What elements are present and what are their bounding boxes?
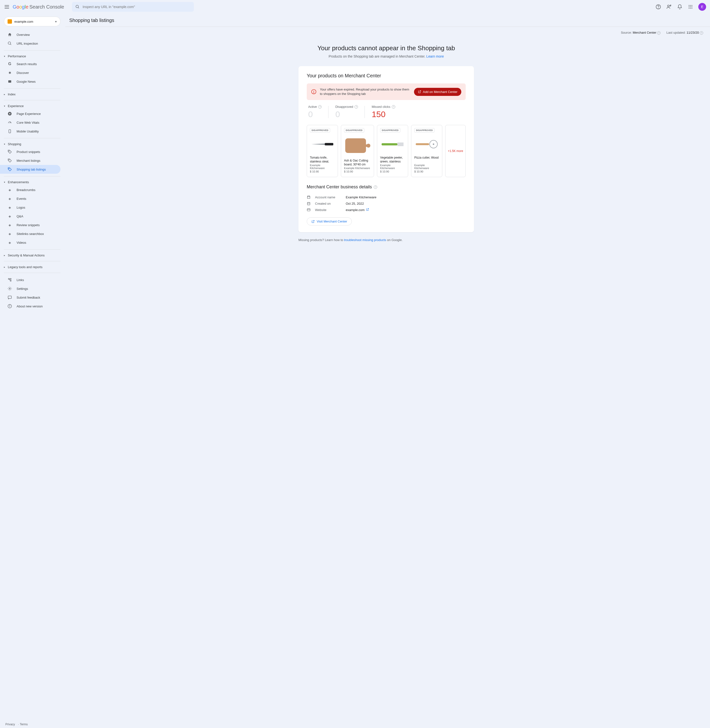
plus-circle-icon [7,111,12,116]
product-image [310,134,335,154]
apps-icon[interactable] [688,4,694,10]
sidebar-item-feedback[interactable]: Submit feedback [0,293,60,302]
help-circle-icon[interactable]: ? [392,105,395,109]
diamond-icon: ◈ [7,240,12,245]
product-card[interactable]: DISAPPROVED Vegetable peeler, green, sta… [377,125,408,177]
sidebar-item-google-news[interactable]: Google News [0,77,60,86]
svg-rect-47 [307,203,310,205]
menu-button[interactable] [4,4,10,10]
hero-subtitle: Products on the Shopping tab are managed… [62,54,710,58]
product-image [414,134,439,154]
sidebar-item-mobile-usability[interactable]: Mobile Usability [0,127,60,136]
sidebar-item-events[interactable]: ◈Events [0,194,60,203]
svg-point-8 [689,5,689,6]
property-name: example.com [15,20,33,24]
troubleshoot-link[interactable]: troubleshoot missing products [344,238,386,242]
svg-point-10 [691,5,692,6]
stat-disapproved: Disapproved? 0 [329,105,365,119]
mobile-icon [7,129,12,134]
users-icon[interactable] [666,4,672,10]
sidebar-item-shopping-tab-listings[interactable]: Shopping tab listings [0,165,60,174]
visit-merchant-center-button[interactable]: Visit Merchant Center [307,218,352,225]
sidebar-item-sitelinks-searchbox[interactable]: ◈Sitelinks searchbox [0,229,60,238]
section-security[interactable]: ▸Security & Manual Actions [4,252,60,259]
sidebar-item-qa[interactable]: ◈Q&A [0,212,60,221]
sidebar-item-breadcrumbs[interactable]: ◈Breadcrumbs [0,185,60,194]
svg-point-46 [433,143,434,145]
svg-rect-39 [325,143,333,146]
section-legacy[interactable]: ▸Legacy tools and reports [4,264,60,270]
chevron-down-icon: ▾ [55,20,57,24]
svg-point-14 [689,8,689,9]
sidebar-item-settings[interactable]: Settings [0,284,60,293]
svg-point-0 [76,5,79,8]
svg-rect-43 [381,143,398,146]
diamond-icon: ◈ [7,187,12,192]
sidebar-item-search-results[interactable]: GSearch results [0,60,60,68]
svg-point-35 [10,305,10,306]
diamond-icon: ◈ [7,231,12,236]
section-enhancements[interactable]: ▾Enhancements [4,179,60,185]
tag-icon [7,158,12,163]
learn-more-link[interactable]: Learn more [427,54,444,58]
detail-account-name: Account name Example Kitchenware [307,194,466,200]
sidebar-item-logos[interactable]: ◈Logos [0,203,60,212]
sidebar-item-url-inspection[interactable]: URL inspection [0,39,60,48]
footnote: Missing products? Learn how to troublesh… [298,238,474,242]
help-icon[interactable] [656,4,661,10]
external-link-icon [418,90,421,93]
search-input[interactable] [83,5,191,9]
help-circle-icon[interactable]: ? [374,185,377,189]
svg-point-38 [314,93,314,93]
svg-point-12 [690,6,691,7]
sidebar-item-page-experience[interactable]: Page Experience [0,109,60,118]
sidebar-item-overview[interactable]: Overview [0,30,60,39]
sidebar-item-links[interactable]: Links [0,275,60,284]
sidebar-item-core-web-vitals[interactable]: Core Web Vitals [0,118,60,127]
product-card[interactable]: DISAPPROVED Pizza cutter, Wood Example K… [411,125,442,177]
svg-point-9 [690,5,691,6]
svg-line-29 [9,279,10,281]
svg-point-15 [690,8,691,9]
source-info: Source: Merchant Center ? [621,31,660,35]
link-icon [7,277,12,282]
terms-link[interactable]: Terms [20,723,28,726]
help-circle-icon[interactable]: ? [318,105,321,109]
status-badge: DISAPPROVED [310,128,330,132]
status-badge: DISAPPROVED [344,128,364,132]
svg-rect-49 [307,209,310,211]
sidebar-item-review-snippets[interactable]: ◈Review snippets [0,221,60,229]
notifications-icon[interactable] [677,4,683,10]
section-performance[interactable]: ▾Performance [4,53,60,60]
sidebar-item-about[interactable]: About new version [0,302,60,310]
add-on-merchant-center-button[interactable]: Add on Merchant Center [414,88,461,96]
tag-icon [7,149,12,154]
sidebar-item-videos[interactable]: ◈Videos [0,238,60,247]
svg-point-13 [691,6,692,7]
sidebar-item-product-snippets[interactable]: Product snippets [0,147,60,156]
url-inspection-search[interactable] [72,2,194,12]
help-circle-icon[interactable]: ? [657,31,660,35]
more-products-button[interactable]: +1.5K more [445,125,466,177]
help-circle-icon[interactable]: ? [700,31,703,35]
section-index[interactable]: ▸Index [4,91,60,98]
svg-point-11 [689,6,689,7]
help-circle-icon[interactable]: ? [355,105,358,109]
avatar[interactable]: E [698,3,706,11]
svg-rect-19 [8,80,11,82]
privacy-link[interactable]: Privacy [5,723,15,726]
sidebar-item-merchant-listings[interactable]: Merchant listings [0,156,60,165]
section-shopping[interactable]: ▾Shopping [4,141,60,147]
sidebar-item-discover[interactable]: ✱Discover [0,68,60,77]
section-experience[interactable]: ▾Experience [4,103,60,109]
property-selector[interactable]: example.com ▾ [4,16,60,26]
status-badge: DISAPPROVED [380,128,400,132]
product-card[interactable]: DISAPPROVED Ash & Oac Cutting board, 30*… [341,125,374,177]
svg-point-25 [9,168,9,169]
offers-expired-alert: Your offers have expired. Reupload your … [307,84,466,100]
external-link-icon[interactable] [366,208,369,212]
logo: Google Search Console [13,4,64,10]
feedback-icon [7,295,12,300]
product-card[interactable]: DISAPPROVED Tomato knife, stainless stea… [307,125,338,177]
updated-info: Last updated: 11/23/20 ? [666,31,703,35]
